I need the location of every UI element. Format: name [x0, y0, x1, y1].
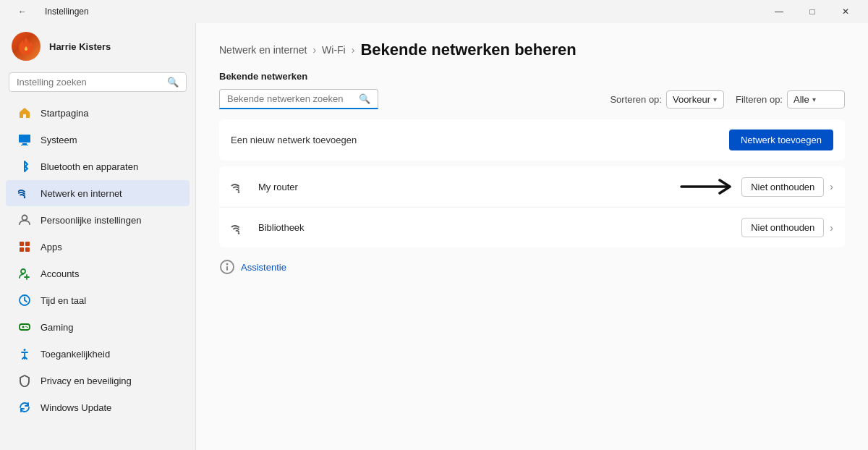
sidebar-item-update[interactable]: Windows Update [6, 394, 190, 420]
wifi-icon [231, 221, 252, 234]
chevron-right-icon[interactable]: › [830, 222, 833, 234]
network-search-box[interactable]: 🔍 [219, 89, 378, 109]
forget-button-0[interactable]: Niet onthouden [741, 177, 824, 197]
section-title: Bekende netwerken [219, 71, 845, 82]
sidebar-item-toegankelijkheid[interactable]: Toegankelijkheid [6, 341, 190, 367]
breadcrumb-part1[interactable]: Netwerk en internet [219, 44, 307, 56]
breadcrumb-sep1: › [312, 44, 316, 56]
window-title: Instellingen [45, 7, 89, 17]
gaming-icon [17, 320, 32, 334]
add-network-row: Een nieuw netwerk toevoegen Netwerk toev… [219, 119, 845, 161]
sidebar-item-accounts[interactable]: Accounts [6, 260, 190, 286]
svg-rect-6 [25, 242, 30, 246]
filter-select[interactable]: Alle ▾ [787, 90, 845, 109]
titlebar: ← Instellingen — □ ✕ [0, 0, 868, 23]
table-row: Bibliotheek Niet onthouden › [219, 208, 845, 247]
arrow-annotation [678, 177, 736, 197]
svg-rect-0 [19, 135, 30, 143]
sidebar-item-label: Gaming [41, 322, 74, 333]
user-name: Harrie Kisters [49, 41, 111, 52]
home-icon [17, 106, 32, 120]
search-box[interactable]: 🔍 [9, 72, 187, 92]
page-title: Bekende netwerken beheren [360, 41, 576, 59]
network-search-icon: 🔍 [359, 93, 370, 104]
network-name: Bibliotheek [258, 222, 741, 233]
svg-point-18 [226, 263, 229, 266]
maximize-button[interactable]: □ [796, 0, 829, 23]
table-row: My router Niet onthouden › [219, 166, 845, 208]
svg-point-13 [27, 327, 28, 328]
breadcrumb-part2[interactable]: Wi-Fi [322, 44, 346, 56]
svg-point-9 [21, 269, 25, 273]
sort-group: Sorteren op: Voorkeur ▾ [610, 90, 724, 109]
sidebar-item-bluetooth[interactable]: Bluetooth en apparaten [6, 153, 190, 179]
forget-button-1[interactable]: Niet onthouden [741, 218, 824, 237]
sidebar-item-label: Apps [41, 242, 62, 252]
sidebar-item-netwerk[interactable]: Netwerk en internet [6, 180, 190, 206]
sidebar-item-persoonlijk[interactable]: Persoonlijke instellingen [6, 207, 190, 233]
svg-point-4 [22, 216, 27, 221]
user-profile[interactable]: Harrie Kisters [0, 23, 195, 69]
sort-value: Voorkeur [673, 94, 710, 105]
sidebar-item-label: Windows Update [41, 402, 111, 413]
nav-section: Startpagina Systeem Bl [0, 98, 195, 423]
titlebar-controls: — □ ✕ [762, 0, 862, 23]
filter-group: Filteren op: Alle ▾ [736, 90, 845, 109]
sidebar-item-startpagina[interactable]: Startpagina [6, 100, 190, 126]
svg-rect-1 [22, 143, 27, 145]
back-button[interactable]: ← [6, 0, 39, 23]
apps-icon [17, 239, 32, 254]
sort-select[interactable]: Voorkeur ▾ [666, 90, 724, 109]
svg-point-3 [24, 197, 25, 198]
update-icon [17, 400, 32, 415]
search-input[interactable] [17, 77, 163, 88]
svg-rect-5 [20, 242, 24, 246]
window-body: Harrie Kisters 🔍 Startpagina [0, 23, 868, 450]
filter-chevron-icon: ▾ [812, 95, 816, 103]
svg-rect-2 [21, 145, 28, 145]
network-search-input[interactable] [227, 93, 354, 104]
breadcrumb-sep2: › [352, 44, 355, 56]
sidebar: Harrie Kisters 🔍 Startpagina [0, 23, 195, 450]
personal-icon [17, 213, 32, 227]
filter-bar: 🔍 Sorteren op: Voorkeur ▾ Filteren op: A… [219, 89, 845, 109]
network-icon [17, 186, 32, 200]
sidebar-item-systeem[interactable]: Systeem [6, 127, 190, 153]
accounts-icon [17, 266, 32, 281]
minimize-button[interactable]: — [762, 0, 796, 23]
assistentie-row[interactable]: Assistentie [219, 259, 845, 275]
sidebar-item-tijd[interactable]: Tijd en taal [6, 287, 190, 313]
network-name: My router [258, 182, 678, 192]
close-button[interactable]: ✕ [829, 0, 862, 23]
accessibility-icon [17, 347, 32, 361]
sidebar-item-label: Netwerk en internet [41, 188, 122, 199]
breadcrumb: Netwerk en internet › Wi-Fi › Bekende ne… [219, 41, 845, 59]
assistentie-icon [219, 259, 235, 275]
sidebar-item-label: Bluetooth en apparaten [41, 161, 138, 172]
sidebar-item-label: Persoonlijke instellingen [41, 215, 141, 226]
svg-point-12 [25, 326, 27, 328]
filter-label: Filteren op: [736, 94, 783, 105]
assistentie-link[interactable]: Assistentie [241, 262, 286, 273]
sidebar-item-apps[interactable]: Apps [6, 234, 190, 260]
svg-rect-19 [226, 266, 228, 271]
filter-right: Sorteren op: Voorkeur ▾ Filteren op: All… [610, 90, 845, 109]
svg-point-16 [238, 232, 240, 234]
sidebar-item-gaming[interactable]: Gaming [6, 314, 190, 340]
svg-rect-7 [20, 247, 24, 252]
sort-label: Sorteren op: [610, 94, 662, 105]
sidebar-item-label: Tijd en taal [41, 295, 86, 306]
add-network-label: Een nieuw netwerk toevoegen [231, 135, 357, 145]
time-icon [17, 293, 32, 307]
svg-rect-8 [25, 247, 30, 252]
svg-rect-11 [20, 324, 30, 330]
filter-value: Alle [793, 94, 809, 105]
chevron-right-icon[interactable]: › [830, 181, 833, 192]
svg-point-14 [24, 349, 26, 351]
add-network-button[interactable]: Netwerk toevoegen [729, 130, 833, 150]
system-icon [17, 132, 32, 147]
arrow-svg [678, 177, 736, 197]
sidebar-item-privacy[interactable]: Privacy en beveiliging [6, 368, 190, 394]
search-icon: 🔍 [167, 77, 179, 88]
sort-chevron-icon: ▾ [713, 95, 717, 103]
